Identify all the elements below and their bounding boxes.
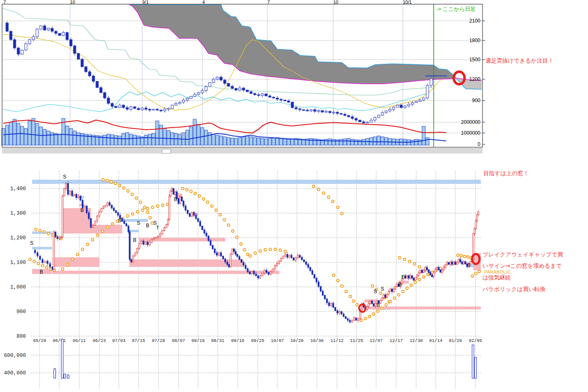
svg-text:1000000: 1000000 <box>461 130 480 136</box>
parabolic-buy-note: パラボリックは買い転換 <box>482 286 545 293</box>
svg-text:800: 800 <box>16 334 26 339</box>
svg-text:S: S <box>153 220 157 226</box>
svg-text:08/19: 08/19 <box>191 338 205 343</box>
svg-text:09/10: 09/10 <box>231 338 244 343</box>
svg-text:S: S <box>63 174 66 180</box>
weekly-cloud-note: 週足雲抜けできるか注目！ <box>485 58 554 64</box>
svg-text:10: 10 <box>333 0 338 5</box>
svg-text:01/26: 01/26 <box>449 338 462 343</box>
svg-text:B: B <box>377 302 380 308</box>
parabolic-label: PARABOLIC <box>484 270 511 275</box>
svg-text:11/12: 11/12 <box>330 338 344 343</box>
svg-text:B: B <box>40 269 43 275</box>
svg-text:900: 900 <box>472 98 480 103</box>
svg-text:12/30: 12/30 <box>410 338 423 343</box>
trading-chart-workspace: 7109/1471010/121001800150012009002000000… <box>0 0 588 392</box>
svg-text:1,400: 1,400 <box>10 186 26 192</box>
svg-text:12/17: 12/17 <box>389 338 403 343</box>
svg-text:2000000: 2000000 <box>461 119 480 125</box>
svg-text:01/14: 01/14 <box>429 338 442 343</box>
svg-text:0: 0 <box>477 141 480 147</box>
svg-text:08/07: 08/07 <box>172 338 185 343</box>
svg-text:B: B <box>80 207 84 213</box>
svg-text:07/15: 07/15 <box>132 338 145 343</box>
svg-text:10/1: 10/1 <box>403 0 412 5</box>
svg-text:07/28: 07/28 <box>152 338 165 343</box>
svg-text:400,000: 400,000 <box>4 370 26 376</box>
svg-text:1800: 1800 <box>469 38 480 43</box>
svg-text:08/31: 08/31 <box>211 338 224 343</box>
svg-text:09/25: 09/25 <box>251 338 264 343</box>
svg-text:02/05: 02/05 <box>469 338 482 343</box>
svg-text:10/07: 10/07 <box>271 338 284 343</box>
svg-text:1,000: 1,000 <box>10 284 26 290</box>
svg-text:S: S <box>374 289 377 294</box>
svg-text:1500: 1500 <box>469 57 480 63</box>
svg-text:600,000: 600,000 <box>4 353 26 359</box>
svg-text:B: B <box>133 237 136 243</box>
svg-text:900: 900 <box>16 309 26 315</box>
svg-text:1,200: 1,200 <box>10 235 26 241</box>
svg-text:S: S <box>118 218 121 224</box>
svg-text:S: S <box>30 240 33 246</box>
breakaway-gap-note-line3: は強気継続 <box>482 275 511 281</box>
daily-chart: SBSBSSBSBBSSBBS1,4001,3001,2001,1001,000… <box>4 171 482 389</box>
svg-text:07/03: 07/03 <box>112 338 126 343</box>
svg-text:B: B <box>398 281 402 287</box>
scrollbar-thumb[interactable] <box>162 149 171 153</box>
svg-text:9/1: 9/1 <box>142 0 148 5</box>
svg-text:S: S <box>381 286 384 292</box>
svg-text:1,300: 1,300 <box>10 211 26 216</box>
svg-text:880: 880 <box>180 132 188 138</box>
svg-text:10/20: 10/20 <box>290 338 304 343</box>
svg-text:1200: 1200 <box>469 76 480 82</box>
horizontal-scrollbar[interactable] <box>2 148 482 153</box>
upper-window-note: 目指すは上の窓！ <box>483 171 529 177</box>
svg-text:06/23: 06/23 <box>93 338 106 343</box>
breakaway-gap-note-line1: ブレイクアウェイギャップで買 <box>482 252 563 258</box>
svg-text:S: S <box>467 262 470 268</box>
svg-text:12/07: 12/07 <box>369 338 383 343</box>
svg-text:B: B <box>174 196 177 202</box>
svg-text:S: S <box>137 220 140 226</box>
svg-text:05/20: 05/20 <box>33 338 46 343</box>
svg-text:06/11: 06/11 <box>73 338 86 343</box>
svg-text:4: 4 <box>202 0 205 5</box>
svg-text:06/01: 06/01 <box>53 338 66 343</box>
svg-text:11/25: 11/25 <box>350 338 363 343</box>
svg-text:7: 7 <box>267 0 270 5</box>
svg-text:2100: 2100 <box>469 18 480 24</box>
svg-text:7: 7 <box>3 0 6 5</box>
svg-text:10: 10 <box>70 0 75 5</box>
weekly-chart: 7109/1471010/121001800150012009002000000… <box>2 0 485 147</box>
svg-text:B: B <box>146 223 149 229</box>
svg-text:10/30: 10/30 <box>310 338 324 343</box>
daily-start-note: -> ここから日足 <box>436 6 476 12</box>
svg-text:1,100: 1,100 <box>10 260 26 266</box>
breakaway-gap-note-line2: いサイン⇒この窓を埋めるまで <box>482 263 562 269</box>
